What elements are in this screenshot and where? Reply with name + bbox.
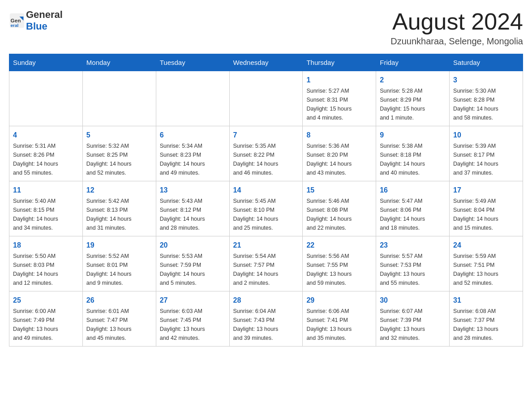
sun-info: Sunrise: 5:36 AM Sunset: 8:20 PM Dayligh… bbox=[306, 141, 372, 177]
day-number: 28 bbox=[233, 295, 299, 306]
calendar-cell: 9Sunrise: 5:38 AM Sunset: 8:18 PM Daylig… bbox=[376, 126, 450, 181]
day-number: 26 bbox=[86, 295, 152, 306]
calendar-cell: 20Sunrise: 5:53 AM Sunset: 7:59 PM Dayli… bbox=[156, 236, 229, 291]
calendar-cell: 26Sunrise: 6:01 AM Sunset: 7:47 PM Dayli… bbox=[82, 291, 156, 347]
sun-info: Sunrise: 5:32 AM Sunset: 8:25 PM Dayligh… bbox=[86, 141, 152, 177]
calendar-cell bbox=[82, 71, 156, 126]
calendar-cell: 7Sunrise: 5:35 AM Sunset: 8:22 PM Daylig… bbox=[229, 126, 303, 181]
calendar-cell: 17Sunrise: 5:49 AM Sunset: 8:04 PM Dayli… bbox=[450, 181, 523, 236]
week-row-2: 4Sunrise: 5:31 AM Sunset: 8:26 PM Daylig… bbox=[9, 126, 523, 181]
sun-info: Sunrise: 5:30 AM Sunset: 8:28 PM Dayligh… bbox=[453, 86, 519, 122]
day-number: 1 bbox=[306, 75, 372, 86]
logo-icon: Gen eral bbox=[9, 13, 25, 29]
sun-info: Sunrise: 5:42 AM Sunset: 8:13 PM Dayligh… bbox=[86, 197, 152, 232]
calendar-cell: 31Sunrise: 6:08 AM Sunset: 7:37 PM Dayli… bbox=[450, 291, 523, 347]
calendar-cell: 23Sunrise: 5:57 AM Sunset: 7:53 PM Dayli… bbox=[376, 236, 450, 291]
calendar-cell: 16Sunrise: 5:47 AM Sunset: 8:06 PM Dayli… bbox=[376, 181, 450, 236]
calendar-cell: 10Sunrise: 5:39 AM Sunset: 8:17 PM Dayli… bbox=[450, 126, 523, 181]
sun-info: Sunrise: 5:50 AM Sunset: 8:03 PM Dayligh… bbox=[13, 252, 79, 287]
logo-text-blue: Blue bbox=[26, 21, 47, 32]
sun-info: Sunrise: 5:35 AM Sunset: 8:22 PM Dayligh… bbox=[233, 141, 299, 177]
week-row-3: 11Sunrise: 5:40 AM Sunset: 8:15 PM Dayli… bbox=[9, 181, 523, 236]
sun-info: Sunrise: 5:46 AM Sunset: 8:08 PM Dayligh… bbox=[306, 197, 372, 232]
sun-info: Sunrise: 6:07 AM Sunset: 7:39 PM Dayligh… bbox=[380, 307, 446, 342]
sun-info: Sunrise: 5:38 AM Sunset: 8:18 PM Dayligh… bbox=[380, 141, 446, 177]
calendar-table: SundayMondayTuesdayWednesdayThursdayFrid… bbox=[9, 54, 523, 347]
sun-info: Sunrise: 5:39 AM Sunset: 8:17 PM Dayligh… bbox=[453, 141, 519, 177]
day-number: 25 bbox=[13, 295, 79, 306]
calendar-cell: 22Sunrise: 5:56 AM Sunset: 7:55 PM Dayli… bbox=[303, 236, 376, 291]
calendar-cell: 4Sunrise: 5:31 AM Sunset: 8:26 PM Daylig… bbox=[9, 126, 83, 181]
month-title: August 2024 bbox=[390, 9, 523, 34]
day-number: 11 bbox=[13, 185, 79, 196]
week-row-5: 25Sunrise: 6:00 AM Sunset: 7:49 PM Dayli… bbox=[9, 291, 523, 347]
day-number: 27 bbox=[160, 295, 226, 306]
sun-info: Sunrise: 5:31 AM Sunset: 8:26 PM Dayligh… bbox=[13, 141, 79, 177]
sun-info: Sunrise: 5:59 AM Sunset: 7:51 PM Dayligh… bbox=[453, 252, 519, 287]
sun-info: Sunrise: 6:06 AM Sunset: 7:41 PM Dayligh… bbox=[306, 307, 372, 342]
day-number: 19 bbox=[86, 240, 152, 251]
sun-info: Sunrise: 5:34 AM Sunset: 8:23 PM Dayligh… bbox=[160, 141, 226, 177]
calendar-cell: 15Sunrise: 5:46 AM Sunset: 8:08 PM Dayli… bbox=[303, 181, 376, 236]
calendar-cell: 18Sunrise: 5:50 AM Sunset: 8:03 PM Dayli… bbox=[9, 236, 83, 291]
weekday-header-saturday: Saturday bbox=[450, 54, 523, 71]
calendar-cell: 1Sunrise: 5:27 AM Sunset: 8:31 PM Daylig… bbox=[303, 71, 376, 126]
sun-info: Sunrise: 5:45 AM Sunset: 8:10 PM Dayligh… bbox=[233, 197, 299, 232]
day-number: 21 bbox=[233, 240, 299, 251]
weekday-header-tuesday: Tuesday bbox=[156, 54, 229, 71]
location-title: Dzuunkharaa, Selenge, Mongolia bbox=[390, 36, 523, 47]
calendar-cell: 24Sunrise: 5:59 AM Sunset: 7:51 PM Dayli… bbox=[450, 236, 523, 291]
day-number: 10 bbox=[453, 130, 519, 141]
calendar-cell: 25Sunrise: 6:00 AM Sunset: 7:49 PM Dayli… bbox=[9, 291, 83, 347]
calendar-cell: 13Sunrise: 5:43 AM Sunset: 8:12 PM Dayli… bbox=[156, 181, 229, 236]
day-number: 15 bbox=[306, 185, 372, 196]
sun-info: Sunrise: 5:49 AM Sunset: 8:04 PM Dayligh… bbox=[453, 197, 519, 232]
calendar-cell: 19Sunrise: 5:52 AM Sunset: 8:01 PM Dayli… bbox=[82, 236, 156, 291]
sun-info: Sunrise: 5:57 AM Sunset: 7:53 PM Dayligh… bbox=[380, 252, 446, 287]
day-number: 7 bbox=[233, 130, 299, 141]
sun-info: Sunrise: 5:47 AM Sunset: 8:06 PM Dayligh… bbox=[380, 197, 446, 232]
day-number: 6 bbox=[160, 130, 226, 141]
svg-text:eral: eral bbox=[11, 23, 19, 28]
sun-info: Sunrise: 6:08 AM Sunset: 7:37 PM Dayligh… bbox=[453, 307, 519, 342]
page-header: Gen eral General Blue August 2024 Dzuunk… bbox=[9, 9, 523, 47]
sun-info: Sunrise: 5:40 AM Sunset: 8:15 PM Dayligh… bbox=[13, 197, 79, 232]
calendar-cell: 27Sunrise: 6:03 AM Sunset: 7:45 PM Dayli… bbox=[156, 291, 229, 347]
calendar-cell: 21Sunrise: 5:54 AM Sunset: 7:57 PM Dayli… bbox=[229, 236, 303, 291]
day-number: 16 bbox=[380, 185, 446, 196]
calendar-cell: 14Sunrise: 5:45 AM Sunset: 8:10 PM Dayli… bbox=[229, 181, 303, 236]
day-number: 24 bbox=[453, 240, 519, 251]
calendar-cell bbox=[9, 71, 83, 126]
day-number: 17 bbox=[453, 185, 519, 196]
calendar-cell bbox=[229, 71, 303, 126]
sun-info: Sunrise: 6:01 AM Sunset: 7:47 PM Dayligh… bbox=[86, 307, 152, 342]
logo-text-general: General bbox=[26, 9, 63, 20]
calendar-cell: 6Sunrise: 5:34 AM Sunset: 8:23 PM Daylig… bbox=[156, 126, 229, 181]
day-number: 2 bbox=[380, 75, 446, 86]
day-number: 23 bbox=[380, 240, 446, 251]
weekday-header-wednesday: Wednesday bbox=[229, 54, 303, 71]
title-area: August 2024 Dzuunkharaa, Selenge, Mongol… bbox=[390, 9, 523, 47]
weekday-header-thursday: Thursday bbox=[303, 54, 376, 71]
day-number: 4 bbox=[13, 130, 79, 141]
sun-info: Sunrise: 5:43 AM Sunset: 8:12 PM Dayligh… bbox=[160, 197, 226, 232]
day-number: 20 bbox=[160, 240, 226, 251]
week-row-1: 1Sunrise: 5:27 AM Sunset: 8:31 PM Daylig… bbox=[9, 71, 523, 126]
calendar-cell: 11Sunrise: 5:40 AM Sunset: 8:15 PM Dayli… bbox=[9, 181, 83, 236]
weekday-header-friday: Friday bbox=[376, 54, 450, 71]
sun-info: Sunrise: 6:04 AM Sunset: 7:43 PM Dayligh… bbox=[233, 307, 299, 342]
calendar-cell: 8Sunrise: 5:36 AM Sunset: 8:20 PM Daylig… bbox=[303, 126, 376, 181]
weekday-header-sunday: Sunday bbox=[9, 54, 83, 71]
day-number: 14 bbox=[233, 185, 299, 196]
sun-info: Sunrise: 5:27 AM Sunset: 8:31 PM Dayligh… bbox=[306, 86, 372, 122]
day-number: 3 bbox=[453, 75, 519, 86]
weekday-header-row: SundayMondayTuesdayWednesdayThursdayFrid… bbox=[9, 54, 523, 71]
calendar-cell: 12Sunrise: 5:42 AM Sunset: 8:13 PM Dayli… bbox=[82, 181, 156, 236]
day-number: 31 bbox=[453, 295, 519, 306]
calendar-cell: 2Sunrise: 5:28 AM Sunset: 8:29 PM Daylig… bbox=[376, 71, 450, 126]
day-number: 29 bbox=[306, 295, 372, 306]
calendar-cell: 3Sunrise: 5:30 AM Sunset: 8:28 PM Daylig… bbox=[450, 71, 523, 126]
svg-text:Gen: Gen bbox=[11, 17, 21, 23]
sun-info: Sunrise: 5:56 AM Sunset: 7:55 PM Dayligh… bbox=[306, 252, 372, 287]
day-number: 9 bbox=[380, 130, 446, 141]
